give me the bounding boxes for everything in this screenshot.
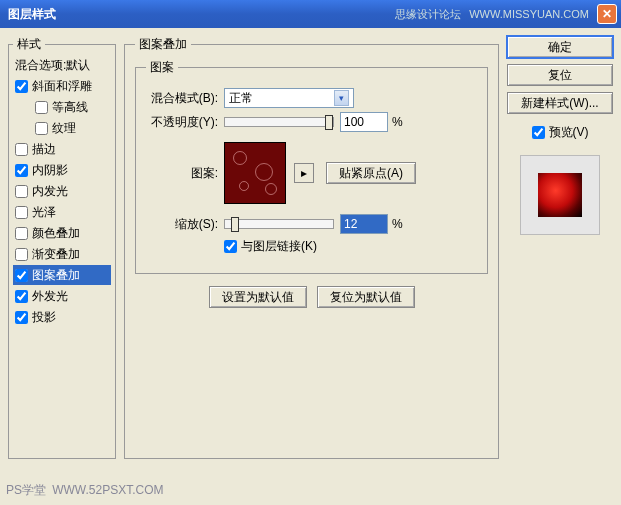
style-item-color-overlay[interactable]: 颜色叠加 xyxy=(13,223,111,243)
blend-mode-select[interactable]: 正常 ▾ xyxy=(224,88,354,108)
opacity-slider[interactable] xyxy=(224,117,334,127)
style-item-texture[interactable]: 纹理 xyxy=(13,118,111,138)
style-item-outer-glow[interactable]: 外发光 xyxy=(13,286,111,306)
styles-list: 混合选项:默认 斜面和浮雕 等高线 纹理 描边 内阴影 内发光 光泽 颜色叠加 … xyxy=(13,53,111,327)
main-panel-title: 图案叠加 xyxy=(135,36,191,53)
scale-slider[interactable] xyxy=(224,219,334,229)
ok-button[interactable]: 确定 xyxy=(507,36,613,58)
pattern-group: 图案 混合模式(B): 正常 ▾ 不透明度(Y): 100 % 图案 xyxy=(135,59,488,274)
scale-label: 缩放(S): xyxy=(146,216,224,233)
scale-input[interactable]: 12 xyxy=(340,214,388,234)
styles-header: 样式 xyxy=(13,36,45,53)
titlebar: 图层样式 思缘设计论坛 WWW.MISSYUAN.COM ✕ xyxy=(0,0,621,28)
preview-label: 预览(V) xyxy=(549,124,589,141)
snap-origin-button[interactable]: 贴紧原点(A) xyxy=(326,162,416,184)
style-item-satin[interactable]: 光泽 xyxy=(13,202,111,222)
style-item-stroke[interactable]: 描边 xyxy=(13,139,111,159)
scale-unit: % xyxy=(392,217,403,231)
main-panel: 图案叠加 图案 混合模式(B): 正常 ▾ 不透明度(Y): 100 % xyxy=(124,36,499,459)
pattern-menu-button[interactable]: ▸ xyxy=(294,163,314,183)
style-item-contour[interactable]: 等高线 xyxy=(13,97,111,117)
style-item-bevel[interactable]: 斜面和浮雕 xyxy=(13,76,111,96)
blend-mode-label: 混合模式(B): xyxy=(146,90,224,107)
preview-swatch xyxy=(538,173,582,217)
reset-default-button[interactable]: 复位为默认值 xyxy=(317,286,415,308)
watermark-text: 思缘设计论坛 xyxy=(395,7,461,22)
window-title: 图层样式 xyxy=(4,6,395,23)
style-item-inner-shadow[interactable]: 内阴影 xyxy=(13,160,111,180)
styles-panel: 样式 混合选项:默认 斜面和浮雕 等高线 纹理 描边 内阴影 内发光 光泽 颜色… xyxy=(8,36,116,459)
blend-options-item[interactable]: 混合选项:默认 xyxy=(13,55,111,75)
set-default-button[interactable]: 设置为默认值 xyxy=(209,286,307,308)
opacity-input[interactable]: 100 xyxy=(340,112,388,132)
watermark-url: WWW.MISSYUAN.COM xyxy=(469,8,589,20)
pattern-group-title: 图案 xyxy=(146,59,178,76)
preview-box xyxy=(520,155,600,235)
style-item-pattern-overlay[interactable]: 图案叠加 xyxy=(13,265,111,285)
cancel-button[interactable]: 复位 xyxy=(507,64,613,86)
pattern-swatch[interactable] xyxy=(224,142,286,204)
close-button[interactable]: ✕ xyxy=(597,4,617,24)
style-item-inner-glow[interactable]: 内发光 xyxy=(13,181,111,201)
opacity-label: 不透明度(Y): xyxy=(146,114,224,131)
style-item-gradient-overlay[interactable]: 渐变叠加 xyxy=(13,244,111,264)
menu-arrow-icon: ▸ xyxy=(301,166,307,180)
link-layer-checkbox[interactable] xyxy=(224,240,237,253)
chevron-down-icon: ▾ xyxy=(334,90,349,106)
footer-watermark: PS学堂 WWW.52PSXT.COM xyxy=(6,482,163,499)
link-layer-label: 与图层链接(K) xyxy=(241,238,317,255)
opacity-unit: % xyxy=(392,115,403,129)
style-item-drop-shadow[interactable]: 投影 xyxy=(13,307,111,327)
preview-checkbox[interactable] xyxy=(532,126,545,139)
new-style-button[interactable]: 新建样式(W)... xyxy=(507,92,613,114)
pattern-label: 图案: xyxy=(146,165,224,182)
